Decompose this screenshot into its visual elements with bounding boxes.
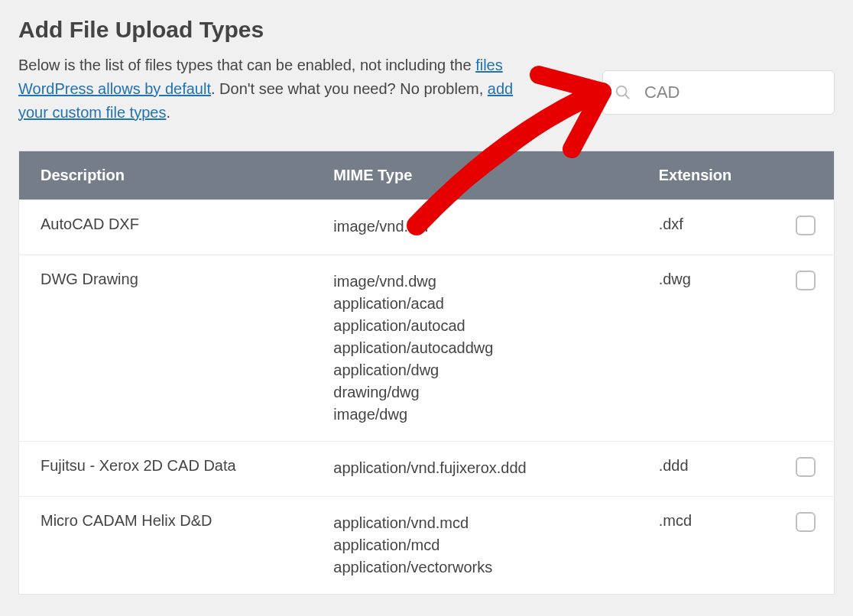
search-wrap xyxy=(602,70,835,115)
col-header-mime: MIME Type xyxy=(312,151,637,200)
col-header-extension: Extension xyxy=(637,151,772,200)
mime-line: application/autocad xyxy=(333,315,615,337)
intro-text: Below is the list of files types that ca… xyxy=(18,53,538,125)
cell-description: Fujitsu - Xerox 2D CAD Data xyxy=(19,442,313,497)
cell-description: AutoCAD DXF xyxy=(19,200,313,255)
intro-text-part: Below is the list of files types that ca… xyxy=(18,57,475,73)
mime-line: application/vnd.fujixerox.ddd xyxy=(333,457,615,479)
mime-line: image/vnd.dwg xyxy=(333,271,615,293)
cell-mime: image/vnd.dwgapplication/acadapplication… xyxy=(312,255,637,442)
mime-line: application/dwg xyxy=(333,359,615,381)
mime-line: application/acad xyxy=(333,293,615,315)
cell-checkbox xyxy=(772,255,834,442)
cell-extension: .mcd xyxy=(637,497,772,595)
intro-text-part: . Don't see what you need? No problem, xyxy=(211,80,488,97)
enable-checkbox[interactable] xyxy=(796,271,816,290)
mime-line: image/dwg xyxy=(333,404,615,426)
page-title: Add File Upload Types xyxy=(18,17,835,43)
cell-extension: .dxf xyxy=(637,200,772,255)
enable-checkbox[interactable] xyxy=(796,216,816,235)
mime-line: image/vnd.dxf xyxy=(333,216,615,238)
mime-line: application/autocaddwg xyxy=(333,337,615,359)
mime-line: application/mcd xyxy=(333,534,615,556)
enable-checkbox[interactable] xyxy=(796,512,816,532)
cell-extension: .dwg xyxy=(637,255,772,442)
cell-mime: application/vnd.fujixerox.ddd xyxy=(312,442,637,497)
cell-description: Micro CADAM Helix D&D xyxy=(19,497,313,595)
mime-line: application/vectorworks xyxy=(333,556,615,579)
file-types-table: Description MIME Type Extension AutoCAD … xyxy=(18,151,835,595)
svg-line-1 xyxy=(625,95,629,99)
cell-description: DWG Drawing xyxy=(19,255,313,442)
svg-point-0 xyxy=(617,86,627,96)
table-row: AutoCAD DXFimage/vnd.dxf.dxf xyxy=(19,200,835,255)
table-row: DWG Drawingimage/vnd.dwgapplication/acad… xyxy=(19,255,835,442)
col-header-description: Description xyxy=(19,151,313,200)
cell-checkbox xyxy=(772,200,834,255)
cell-checkbox xyxy=(772,442,834,497)
search-icon xyxy=(615,84,631,101)
table-row: Fujitsu - Xerox 2D CAD Dataapplication/v… xyxy=(19,442,835,497)
cell-checkbox xyxy=(772,497,834,595)
cell-mime: image/vnd.dxf xyxy=(312,200,637,255)
cell-mime: application/vnd.mcdapplication/mcdapplic… xyxy=(312,497,637,595)
cell-extension: .ddd xyxy=(637,442,772,497)
search-input[interactable] xyxy=(602,70,835,115)
mime-line: drawing/dwg xyxy=(333,381,615,404)
intro-text-part: . xyxy=(166,104,170,121)
enable-checkbox[interactable] xyxy=(796,457,816,477)
table-row: Micro CADAM Helix D&Dapplication/vnd.mcd… xyxy=(19,497,835,595)
mime-line: application/vnd.mcd xyxy=(333,512,615,534)
col-header-checkbox xyxy=(772,151,834,200)
